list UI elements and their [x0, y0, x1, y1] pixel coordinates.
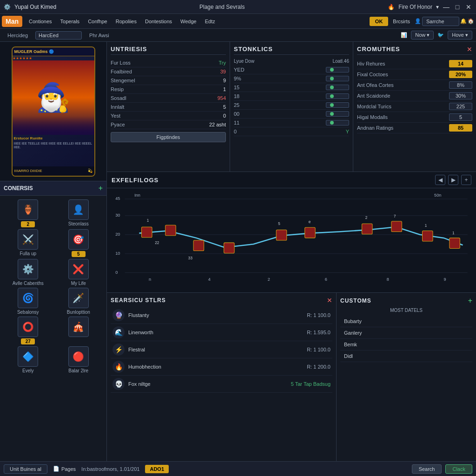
- syn-row-3: Stengemel 9: [111, 76, 226, 85]
- item-label-6: My Life: [71, 281, 86, 286]
- item-icon-3[interactable]: ⚔️: [18, 229, 38, 250]
- menu-contiones[interactable]: Contiones: [25, 17, 56, 26]
- searsicu-row-4: 🔥 Humobhection R: 1 200.0: [111, 358, 332, 376]
- customs-item-3[interactable]: Bemk: [340, 339, 472, 350]
- item-icon-6[interactable]: ❌: [68, 259, 89, 279]
- syn-label-1: Fur Loss: [111, 60, 131, 66]
- stk-label-6: 00: [234, 111, 239, 117]
- stk-label-5: 25: [234, 102, 239, 108]
- tab-search-input[interactable]: [35, 31, 82, 40]
- sidebar-item-10: 🎪: [54, 317, 103, 344]
- searsicu-icon-4: 🔥: [112, 361, 125, 373]
- menu-dontestions[interactable]: Dontestions: [141, 17, 176, 26]
- bell-icon[interactable]: 🔔: [460, 18, 467, 24]
- coners-add-button[interactable]: +: [99, 184, 103, 192]
- menu-confhpe[interactable]: Confhpe: [84, 17, 111, 26]
- tab-bar: Hercideg Phr Awsi 📊 Now ▾ 🐦 Hove ▾: [0, 29, 476, 42]
- item-icon-2[interactable]: 👤: [68, 199, 89, 220]
- menu-toperals[interactable]: Toperals: [57, 17, 84, 26]
- stk-row-6: 00: [234, 110, 349, 119]
- customs-sub-header: MOST DATELS: [340, 308, 472, 313]
- card-subtitle: Erstucor Runiite: [14, 136, 93, 141]
- clack-button[interactable]: Clack: [445, 464, 472, 474]
- close-button[interactable]: ✕: [465, 3, 472, 11]
- tab-phr[interactable]: Phr Awsi: [86, 32, 113, 39]
- synthesis-panel: UNTRIESIS Fur Loss Try Foalbired 39 Sten…: [107, 42, 230, 172]
- sidebar-categories-header: CONERSIS +: [0, 181, 106, 196]
- menu-ropoliies[interactable]: Ropoliies: [112, 17, 140, 26]
- svg-rect-27: [305, 227, 316, 238]
- maximize-button[interactable]: □: [454, 3, 461, 11]
- svg-text:2: 2: [268, 277, 270, 282]
- main-content: MUGLER Oadms 🔵 ★★★★★★ 🧙‍♂️ Erstucor Runi…: [0, 42, 476, 461]
- brcsirts-button[interactable]: Brcsirts: [389, 17, 414, 26]
- app-logo[interactable]: Man: [2, 16, 22, 27]
- unit-buines-button[interactable]: Unit Buines al: [4, 464, 47, 474]
- svg-rect-33: [423, 231, 433, 242]
- syn-label-5: Sosadl: [111, 95, 126, 101]
- item-icon-4[interactable]: 🎯: [68, 229, 89, 250]
- item-label-3: Fulla up: [20, 251, 36, 256]
- searsicu-row-1: 🔮 Flustanty R: 1 100.0: [111, 307, 332, 324]
- searsicu-close-button[interactable]: ✕: [327, 297, 332, 304]
- bottom-panels: SEARSICU STLRS ✕ 🔮 Flustanty R: 1 100.0 …: [107, 293, 476, 461]
- item-icon-12[interactable]: 🔴: [68, 346, 89, 367]
- item-icon-10[interactable]: 🎪: [68, 317, 89, 337]
- svg-text:22: 22: [155, 241, 159, 245]
- chart-add-button[interactable]: +: [461, 175, 471, 185]
- item-icon-9[interactable]: ⭕: [18, 317, 38, 337]
- item-icon-8[interactable]: 🗡️: [68, 288, 89, 308]
- title-bar-right: 🔥 Fire Of Honor ▾ — □ ✕: [388, 3, 472, 11]
- cro-row-6: Higal Modalls 5: [357, 112, 472, 123]
- item-icon-7[interactable]: 🌀: [18, 288, 38, 308]
- title-bar-center: Plage and Sevrals: [199, 4, 245, 10]
- stk-row-5: 25: [234, 101, 349, 110]
- stonklics-col1: Lyue Dow: [234, 59, 254, 64]
- stk-label-4: 18: [234, 93, 239, 99]
- stk-value-8: Y: [346, 129, 349, 134]
- home-icon[interactable]: 🏠: [468, 18, 474, 24]
- svg-text:n: n: [149, 277, 151, 282]
- menu-wedge[interactable]: Wedge: [177, 17, 200, 26]
- svg-text:Inn: Inn: [134, 193, 140, 198]
- hove-button[interactable]: Hove ▾: [448, 31, 472, 40]
- menu-edtz[interactable]: Edtz: [201, 17, 219, 26]
- searsicu-panel: SEARSICU STLRS ✕ 🔮 Flustanty R: 1 100.0 …: [107, 293, 337, 461]
- item-icon-1[interactable]: 🏺: [18, 199, 38, 220]
- find-button[interactable]: Figptindes: [111, 132, 226, 142]
- svg-text:33: 33: [188, 256, 193, 260]
- item-icon-5[interactable]: ⚙️: [18, 259, 38, 279]
- cromuthes-close-button[interactable]: ✕: [467, 46, 472, 53]
- card-stars: ★★★★★★: [13, 56, 94, 60]
- customs-item-4[interactable]: Didl: [340, 350, 472, 362]
- sidebar: MUGLER Oadms 🔵 ★★★★★★ 🧙‍♂️ Erstucor Runi…: [0, 42, 107, 461]
- searsicu-header: SEARSICU STLRS ✕: [111, 297, 332, 304]
- stk-value-2: [326, 76, 349, 81]
- svg-text:1: 1: [147, 218, 149, 223]
- customs-add-button[interactable]: +: [468, 297, 472, 305]
- search-input[interactable]: [422, 17, 459, 26]
- app-name: Yupal Out Kimed: [14, 4, 56, 10]
- ok-button[interactable]: OK: [370, 17, 389, 26]
- sidebar-item-1: 🏺 2: [4, 199, 53, 227]
- chart-next-button[interactable]: ▶: [448, 175, 458, 185]
- cro-row-7: Andnan Ratings 85: [357, 123, 472, 133]
- card-id: IIIIARRO DIIIDIE: [14, 169, 42, 173]
- chart-prev-button[interactable]: ◀: [435, 175, 445, 185]
- searsicu-row-2: 🌊 Linenworth R: 1.595.0: [111, 324, 332, 341]
- customs-item-1[interactable]: Bubarty: [340, 316, 472, 327]
- cro-value-2: 20%: [449, 71, 472, 78]
- searsicu-value-4: R: 1 200.0: [307, 364, 331, 370]
- customs-list: MOST DATELS Bubarty Ganlery Bemk Didl: [340, 308, 472, 362]
- customs-item-2[interactable]: Ganlery: [340, 327, 472, 339]
- item-icon-11[interactable]: 🔷: [18, 346, 38, 367]
- sidebar-item-4: 🎯 5: [54, 229, 103, 257]
- stk-row-2: 9%: [234, 74, 349, 83]
- search-button[interactable]: Search: [412, 464, 442, 474]
- now-button[interactable]: Now ▾: [411, 31, 434, 40]
- breadcrumb[interactable]: Hercideg: [4, 32, 32, 39]
- minimize-button[interactable]: —: [443, 3, 450, 11]
- sidebar-item-11: 🔷 Evely: [4, 346, 53, 373]
- svg-text:8: 8: [387, 277, 389, 282]
- status-info: In:bastroofmors, 1.01/201: [81, 466, 139, 472]
